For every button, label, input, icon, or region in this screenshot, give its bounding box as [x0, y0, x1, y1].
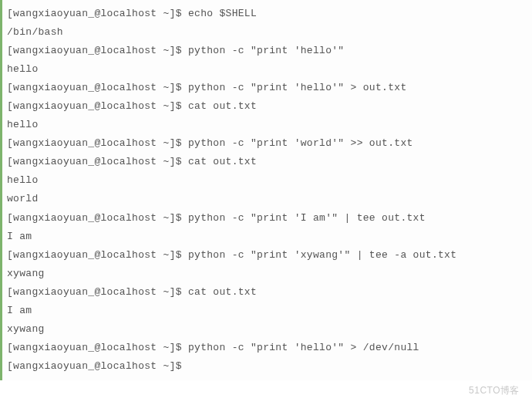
terminal-command-line: [wangxiaoyuan_@localhost ~]$ python -c "…	[7, 339, 532, 357]
terminal-command-line: [wangxiaoyuan_@localhost ~]$ python -c "…	[7, 42, 532, 60]
terminal-command-line: [wangxiaoyuan_@localhost ~]$ echo $SHELL	[7, 5, 532, 23]
shell-prompt: [wangxiaoyuan_@localhost ~]$	[7, 249, 188, 261]
command-text: python -c "print 'hello'"	[188, 45, 345, 56]
shell-prompt: [wangxiaoyuan_@localhost ~]$	[7, 342, 188, 353]
terminal-command-line: [wangxiaoyuan_@localhost ~]$	[7, 357, 532, 376]
terminal-output-line: hello	[7, 60, 532, 79]
shell-prompt: [wangxiaoyuan_@localhost ~]$	[7, 82, 188, 93]
command-text: cat out.txt	[188, 286, 257, 298]
shell-prompt: [wangxiaoyuan_@localhost ~]$	[7, 8, 188, 19]
shell-prompt: [wangxiaoyuan_@localhost ~]$	[7, 137, 188, 149]
command-text: python -c "print 'I am'" | tee out.txt	[188, 212, 426, 224]
command-text: cat out.txt	[188, 156, 257, 167]
terminal-window: [wangxiaoyuan_@localhost ~]$ echo $SHELL…	[0, 0, 532, 380]
terminal-command-line: [wangxiaoyuan_@localhost ~]$ python -c "…	[7, 134, 532, 153]
shell-prompt: [wangxiaoyuan_@localhost ~]$	[7, 212, 188, 224]
command-text: python -c "print 'hello'" > out.txt	[188, 82, 407, 93]
terminal-command-line: [wangxiaoyuan_@localhost ~]$ cat out.txt	[7, 97, 532, 116]
shell-prompt: [wangxiaoyuan_@localhost ~]$	[7, 156, 188, 167]
terminal-output-line: hello	[7, 116, 532, 134]
terminal-command-line: [wangxiaoyuan_@localhost ~]$ python -c "…	[7, 246, 532, 265]
command-text: python -c "print 'world'" >> out.txt	[188, 137, 413, 149]
watermark: 51CTO博客	[469, 384, 520, 397]
shell-prompt: [wangxiaoyuan_@localhost ~]$	[7, 45, 188, 56]
command-text: echo $SHELL	[188, 8, 257, 19]
shell-prompt: [wangxiaoyuan_@localhost ~]$	[7, 286, 188, 298]
terminal-output-line: xywang	[7, 265, 532, 283]
shell-prompt: [wangxiaoyuan_@localhost ~]$	[7, 360, 188, 372]
shell-prompt: [wangxiaoyuan_@localhost ~]$	[7, 100, 188, 112]
command-text: python -c "print 'xywang'" | tee -a out.…	[188, 249, 456, 261]
terminal-output-line: world	[7, 190, 532, 208]
terminal-output-line: xywang	[7, 320, 532, 339]
terminal-command-line: [wangxiaoyuan_@localhost ~]$ python -c "…	[7, 209, 532, 228]
terminal-command-line: [wangxiaoyuan_@localhost ~]$ cat out.txt	[7, 153, 532, 171]
terminal-command-line: [wangxiaoyuan_@localhost ~]$ python -c "…	[7, 79, 532, 97]
terminal-command-line: [wangxiaoyuan_@localhost ~]$ cat out.txt	[7, 283, 532, 302]
terminal-output-line: /bin/bash	[7, 23, 532, 42]
command-text: cat out.txt	[188, 100, 257, 112]
command-text: python -c "print 'hello'" > /dev/null	[188, 342, 419, 353]
terminal-output-line: I am	[7, 302, 532, 320]
terminal-output-line: hello	[7, 171, 532, 190]
terminal-output-line: I am	[7, 228, 532, 246]
